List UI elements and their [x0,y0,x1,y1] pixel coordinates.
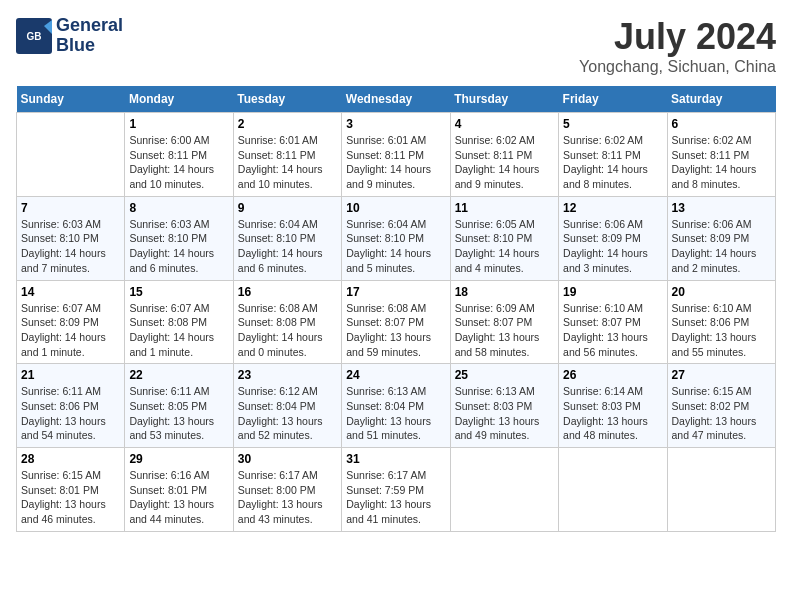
logo-line2: Blue [56,36,123,56]
day-info: Sunrise: 6:01 AM Sunset: 8:11 PM Dayligh… [238,133,337,192]
calendar-day-cell: 5Sunrise: 6:02 AM Sunset: 8:11 PM Daylig… [559,113,667,197]
day-info: Sunrise: 6:07 AM Sunset: 8:09 PM Dayligh… [21,301,120,360]
calendar-body: 1Sunrise: 6:00 AM Sunset: 8:11 PM Daylig… [17,113,776,532]
calendar-week-row: 14Sunrise: 6:07 AM Sunset: 8:09 PM Dayli… [17,280,776,364]
day-info: Sunrise: 6:04 AM Sunset: 8:10 PM Dayligh… [238,217,337,276]
day-number: 22 [129,368,228,382]
logo-text: General Blue [56,16,123,56]
day-number: 27 [672,368,771,382]
weekday-header: Friday [559,86,667,113]
day-info: Sunrise: 6:02 AM Sunset: 8:11 PM Dayligh… [672,133,771,192]
title-block: July 2024 Yongchang, Sichuan, China [579,16,776,76]
day-number: 5 [563,117,662,131]
day-info: Sunrise: 6:11 AM Sunset: 8:06 PM Dayligh… [21,384,120,443]
calendar-day-cell: 3Sunrise: 6:01 AM Sunset: 8:11 PM Daylig… [342,113,450,197]
calendar-table: SundayMondayTuesdayWednesdayThursdayFrid… [16,86,776,532]
day-number: 19 [563,285,662,299]
day-info: Sunrise: 6:09 AM Sunset: 8:07 PM Dayligh… [455,301,554,360]
calendar-day-cell: 26Sunrise: 6:14 AM Sunset: 8:03 PM Dayli… [559,364,667,448]
day-info: Sunrise: 6:05 AM Sunset: 8:10 PM Dayligh… [455,217,554,276]
calendar-day-cell: 27Sunrise: 6:15 AM Sunset: 8:02 PM Dayli… [667,364,775,448]
day-info: Sunrise: 6:14 AM Sunset: 8:03 PM Dayligh… [563,384,662,443]
weekday-header: Sunday [17,86,125,113]
day-number: 3 [346,117,445,131]
day-number: 12 [563,201,662,215]
calendar-day-cell: 8Sunrise: 6:03 AM Sunset: 8:10 PM Daylig… [125,196,233,280]
day-number: 10 [346,201,445,215]
day-number: 21 [21,368,120,382]
weekday-header: Saturday [667,86,775,113]
month-year: July 2024 [579,16,776,58]
calendar-header: SundayMondayTuesdayWednesdayThursdayFrid… [17,86,776,113]
day-number: 4 [455,117,554,131]
day-info: Sunrise: 6:02 AM Sunset: 8:11 PM Dayligh… [563,133,662,192]
day-number: 13 [672,201,771,215]
day-number: 17 [346,285,445,299]
day-number: 18 [455,285,554,299]
day-number: 2 [238,117,337,131]
logo: GB General Blue [16,16,123,56]
calendar-day-cell: 11Sunrise: 6:05 AM Sunset: 8:10 PM Dayli… [450,196,558,280]
day-info: Sunrise: 6:00 AM Sunset: 8:11 PM Dayligh… [129,133,228,192]
day-info: Sunrise: 6:08 AM Sunset: 8:07 PM Dayligh… [346,301,445,360]
day-number: 15 [129,285,228,299]
calendar-day-cell: 16Sunrise: 6:08 AM Sunset: 8:08 PM Dayli… [233,280,341,364]
calendar-day-cell: 29Sunrise: 6:16 AM Sunset: 8:01 PM Dayli… [125,448,233,532]
svg-text:GB: GB [27,31,42,42]
calendar-day-cell: 4Sunrise: 6:02 AM Sunset: 8:11 PM Daylig… [450,113,558,197]
calendar-day-cell: 1Sunrise: 6:00 AM Sunset: 8:11 PM Daylig… [125,113,233,197]
calendar-day-cell: 17Sunrise: 6:08 AM Sunset: 8:07 PM Dayli… [342,280,450,364]
day-number: 6 [672,117,771,131]
calendar-day-cell: 14Sunrise: 6:07 AM Sunset: 8:09 PM Dayli… [17,280,125,364]
day-number: 28 [21,452,120,466]
day-number: 31 [346,452,445,466]
day-info: Sunrise: 6:13 AM Sunset: 8:03 PM Dayligh… [455,384,554,443]
calendar-day-cell: 24Sunrise: 6:13 AM Sunset: 8:04 PM Dayli… [342,364,450,448]
calendar-day-cell: 13Sunrise: 6:06 AM Sunset: 8:09 PM Dayli… [667,196,775,280]
day-number: 7 [21,201,120,215]
day-info: Sunrise: 6:10 AM Sunset: 8:07 PM Dayligh… [563,301,662,360]
calendar-day-cell [667,448,775,532]
weekday-row: SundayMondayTuesdayWednesdayThursdayFrid… [17,86,776,113]
calendar-day-cell: 21Sunrise: 6:11 AM Sunset: 8:06 PM Dayli… [17,364,125,448]
day-number: 25 [455,368,554,382]
day-info: Sunrise: 6:06 AM Sunset: 8:09 PM Dayligh… [563,217,662,276]
day-number: 16 [238,285,337,299]
day-number: 20 [672,285,771,299]
day-info: Sunrise: 6:13 AM Sunset: 8:04 PM Dayligh… [346,384,445,443]
day-info: Sunrise: 6:15 AM Sunset: 8:01 PM Dayligh… [21,468,120,527]
location: Yongchang, Sichuan, China [579,58,776,76]
day-number: 30 [238,452,337,466]
calendar-day-cell [17,113,125,197]
day-number: 23 [238,368,337,382]
calendar-day-cell: 7Sunrise: 6:03 AM Sunset: 8:10 PM Daylig… [17,196,125,280]
day-number: 26 [563,368,662,382]
calendar-day-cell: 30Sunrise: 6:17 AM Sunset: 8:00 PM Dayli… [233,448,341,532]
day-number: 9 [238,201,337,215]
day-info: Sunrise: 6:02 AM Sunset: 8:11 PM Dayligh… [455,133,554,192]
calendar-day-cell: 12Sunrise: 6:06 AM Sunset: 8:09 PM Dayli… [559,196,667,280]
day-info: Sunrise: 6:03 AM Sunset: 8:10 PM Dayligh… [21,217,120,276]
calendar-week-row: 7Sunrise: 6:03 AM Sunset: 8:10 PM Daylig… [17,196,776,280]
calendar-day-cell: 6Sunrise: 6:02 AM Sunset: 8:11 PM Daylig… [667,113,775,197]
day-info: Sunrise: 6:17 AM Sunset: 7:59 PM Dayligh… [346,468,445,527]
calendar-week-row: 1Sunrise: 6:00 AM Sunset: 8:11 PM Daylig… [17,113,776,197]
weekday-header: Tuesday [233,86,341,113]
calendar-week-row: 28Sunrise: 6:15 AM Sunset: 8:01 PM Dayli… [17,448,776,532]
day-number: 8 [129,201,228,215]
day-info: Sunrise: 6:07 AM Sunset: 8:08 PM Dayligh… [129,301,228,360]
day-info: Sunrise: 6:15 AM Sunset: 8:02 PM Dayligh… [672,384,771,443]
calendar-day-cell: 25Sunrise: 6:13 AM Sunset: 8:03 PM Dayli… [450,364,558,448]
calendar-day-cell [559,448,667,532]
calendar-day-cell: 2Sunrise: 6:01 AM Sunset: 8:11 PM Daylig… [233,113,341,197]
day-number: 24 [346,368,445,382]
day-info: Sunrise: 6:01 AM Sunset: 8:11 PM Dayligh… [346,133,445,192]
calendar-day-cell: 15Sunrise: 6:07 AM Sunset: 8:08 PM Dayli… [125,280,233,364]
day-info: Sunrise: 6:04 AM Sunset: 8:10 PM Dayligh… [346,217,445,276]
day-info: Sunrise: 6:11 AM Sunset: 8:05 PM Dayligh… [129,384,228,443]
logo-line1: General [56,16,123,36]
calendar-day-cell: 19Sunrise: 6:10 AM Sunset: 8:07 PM Dayli… [559,280,667,364]
day-number: 1 [129,117,228,131]
day-info: Sunrise: 6:10 AM Sunset: 8:06 PM Dayligh… [672,301,771,360]
day-info: Sunrise: 6:17 AM Sunset: 8:00 PM Dayligh… [238,468,337,527]
